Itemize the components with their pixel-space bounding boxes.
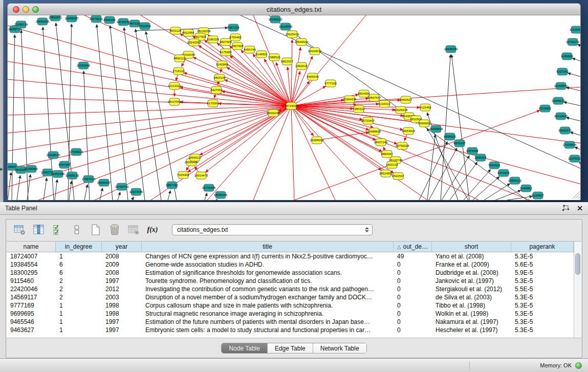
table-cell[interactable]: Dudbridge et al. (2008) bbox=[432, 269, 511, 277]
black-edge[interactable] bbox=[451, 55, 469, 200]
column-header-name[interactable]: name bbox=[7, 242, 56, 252]
graph-node[interactable]: 9146821 bbox=[255, 51, 268, 58]
table-cell[interactable]: 1998 bbox=[102, 310, 142, 318]
graph-node[interactable]: 9699695 bbox=[418, 120, 430, 127]
graph-node[interactable]: 9465546 bbox=[307, 73, 319, 80]
table-cell[interactable]: 2 bbox=[56, 277, 102, 285]
graph-node[interactable]: 4170061 bbox=[207, 100, 219, 107]
graph-node[interactable]: 18407249 bbox=[374, 139, 388, 146]
graph-node[interactable]: 19218586 bbox=[279, 23, 293, 30]
graph-node[interactable]: 16210643 bbox=[554, 113, 568, 120]
table-cell[interactable]: 1997 bbox=[102, 277, 142, 285]
table-cell[interactable]: Tibbo et al. (1998) bbox=[432, 301, 511, 310]
table-cell[interactable]: 22420046 bbox=[7, 285, 56, 293]
column-header-title[interactable]: title bbox=[142, 242, 394, 252]
table-cell[interactable]: 5.3E-5 bbox=[511, 293, 574, 301]
table-cell[interactable]: 2008 bbox=[102, 269, 142, 277]
table-cell[interactable]: 0 bbox=[394, 310, 432, 318]
graph-node[interactable]: 8471676 bbox=[497, 169, 510, 177]
black-edge[interactable] bbox=[55, 180, 57, 200]
table-cell[interactable]: Franke et al. (2009) bbox=[432, 260, 511, 269]
graph-node[interactable]: 1862615 bbox=[295, 62, 308, 70]
graph-node[interactable]: 11120534 bbox=[570, 26, 581, 33]
graph-node[interactable]: 7986322 bbox=[353, 105, 365, 113]
black-edge[interactable] bbox=[12, 35, 15, 200]
red-edge[interactable] bbox=[291, 87, 581, 106]
red-edge[interactable] bbox=[206, 106, 291, 172]
table-cell[interactable]: 1997 bbox=[102, 318, 142, 326]
graph-node[interactable]: 2803144 bbox=[213, 74, 226, 81]
table-cell[interactable]: 2003 bbox=[102, 293, 142, 301]
graph-node[interactable]: 8938923 bbox=[444, 133, 456, 140]
table-cell[interactable]: 18724007 bbox=[7, 252, 56, 260]
graph-node[interactable]: 16914479 bbox=[194, 172, 208, 179]
black-edge[interactable] bbox=[578, 45, 581, 46]
black-edge[interactable] bbox=[567, 87, 581, 91]
graph-node[interactable]: 11675322 bbox=[568, 155, 581, 162]
table-row[interactable]: 977716911998Corpus callosum shape and si… bbox=[7, 301, 574, 310]
graph-node[interactable]: 18107554 bbox=[168, 98, 182, 105]
table-cell[interactable]: 9465546 bbox=[7, 318, 56, 326]
table-cell[interactable]: 0 bbox=[394, 260, 432, 269]
table-cell[interactable]: 0 bbox=[394, 277, 432, 285]
graph-node[interactable]: 6879197 bbox=[453, 140, 466, 147]
tab-node-table[interactable]: Node Table bbox=[222, 343, 268, 353]
graph-node[interactable]: 13325419 bbox=[286, 31, 299, 38]
black-edge[interactable] bbox=[572, 58, 581, 61]
table-row[interactable]: 946362711997Embryonic stem cells: a mode… bbox=[7, 326, 574, 334]
graph-node[interactable]: 15716485 bbox=[202, 184, 216, 191]
graph-node[interactable]: 12093872 bbox=[554, 82, 568, 90]
graph-node[interactable]: 9097587 bbox=[58, 161, 71, 168]
graph-node[interactable]: 11451946 bbox=[51, 170, 65, 178]
table-cell[interactable]: Stergiakouli et al. (2012) bbox=[432, 285, 511, 293]
red-edge[interactable] bbox=[8, 61, 291, 106]
red-edge[interactable] bbox=[8, 106, 291, 115]
graph-node[interactable]: 10688609 bbox=[367, 128, 381, 135]
graph-node[interactable]: 2867608 bbox=[231, 42, 244, 50]
graph-node[interactable]: 1588520 bbox=[268, 54, 280, 61]
select-rows-icon[interactable] bbox=[51, 224, 64, 236]
graph-node[interactable]: 19384554 bbox=[310, 137, 324, 144]
black-edge[interactable] bbox=[216, 200, 217, 200]
graph-node[interactable]: 15720407 bbox=[361, 117, 375, 124]
graph-node[interactable]: 7632621 bbox=[488, 162, 500, 169]
table-cell[interactable]: 0 bbox=[394, 285, 432, 293]
graph-node[interactable]: 9474444 bbox=[466, 147, 478, 155]
table-cell[interactable]: 0 bbox=[394, 293, 432, 301]
float-window-icon[interactable] bbox=[561, 205, 570, 212]
red-edge[interactable] bbox=[8, 26, 291, 106]
table-row[interactable]: 946554611997Estimation of the future num… bbox=[7, 318, 574, 326]
graph-node[interactable]: 16409954 bbox=[429, 125, 443, 133]
table-cell[interactable]: Nakamura et al. (1997) bbox=[432, 318, 511, 326]
black-edge[interactable] bbox=[110, 26, 128, 200]
table-cell[interactable]: 9463627 bbox=[7, 326, 56, 334]
zoom-button[interactable] bbox=[32, 6, 39, 13]
graph-node[interactable]: 12213312 bbox=[168, 82, 182, 90]
red-edge[interactable] bbox=[294, 111, 540, 200]
table-row[interactable]: 911546021997Tourette syndrome. Phenomeno… bbox=[7, 277, 574, 285]
table-settings-icon[interactable] bbox=[13, 224, 27, 236]
red-edge[interactable] bbox=[291, 106, 294, 200]
graph-node[interactable]: 10654112 bbox=[508, 177, 522, 184]
tab-edge-table[interactable]: Edge Table bbox=[268, 343, 313, 353]
graph-node[interactable]: 18640910 bbox=[295, 38, 309, 46]
graph-node[interactable]: 12444150 bbox=[552, 97, 565, 104]
table-cell[interactable]: 5.6E-5 bbox=[511, 260, 574, 269]
table-cell[interactable]: Investigating the contribution of common… bbox=[142, 285, 394, 293]
graph-node[interactable]: 10807447 bbox=[367, 94, 381, 101]
table-cell[interactable]: 14569117 bbox=[7, 293, 56, 301]
column-header-indegree[interactable]: in_degree bbox=[56, 242, 102, 252]
table-cell[interactable]: 5.3E-5 bbox=[511, 318, 574, 326]
select-column-icon[interactable] bbox=[32, 224, 46, 236]
table-cell[interactable]: Jankovic et al. (1997) bbox=[432, 277, 511, 285]
red-edge[interactable] bbox=[253, 106, 291, 200]
tab-network-table[interactable]: Network Table bbox=[313, 343, 366, 353]
graph-node[interactable]: 2935114 bbox=[475, 154, 487, 161]
red-edge[interactable] bbox=[291, 48, 300, 106]
graph-node[interactable]: 21055724 bbox=[14, 21, 28, 28]
graph-node[interactable]: 19958167 bbox=[97, 179, 111, 186]
graph-node[interactable]: 19654923 bbox=[402, 127, 416, 135]
graph-node[interactable]: 14569117 bbox=[188, 154, 202, 161]
table-cell[interactable]: Hescheler et al. (1997) bbox=[432, 326, 511, 334]
graph-node[interactable]: 19862871 bbox=[49, 15, 62, 21]
